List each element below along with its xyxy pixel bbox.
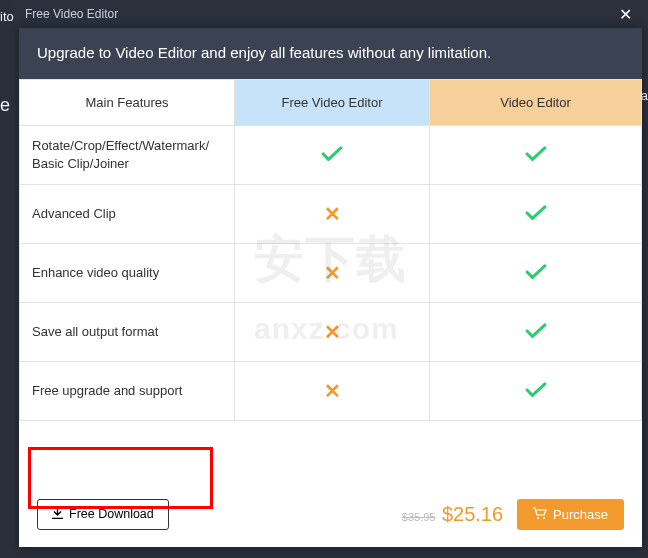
check-icon [525, 146, 547, 162]
paid-cell [430, 362, 642, 421]
svg-point-1 [543, 517, 545, 519]
free-download-label: Free Download [69, 507, 154, 521]
free-cell: ✕ [235, 362, 430, 421]
paid-cell [430, 244, 642, 303]
close-icon[interactable]: ✕ [613, 1, 638, 28]
bg-text: ito [0, 9, 14, 24]
cart-icon [533, 507, 547, 522]
feature-label: Save all output format [20, 303, 235, 362]
app-title: Free Video Editor [25, 7, 118, 21]
purchase-label: Purchase [553, 507, 608, 522]
table-row: Save all output format✕ [20, 303, 642, 362]
cross-icon: ✕ [324, 261, 341, 285]
col-header-paid: Video Editor [430, 80, 642, 126]
col-header-free: Free Video Editor [235, 80, 430, 126]
table-row: Free upgrade and support✕ [20, 362, 642, 421]
free-cell [235, 126, 430, 185]
check-icon [525, 264, 547, 280]
check-icon [321, 146, 343, 162]
paid-cell [430, 303, 642, 362]
cross-icon: ✕ [324, 379, 341, 403]
table-row: Rotate/Crop/Effect/Watermark/Basic Clip/… [20, 126, 642, 185]
free-cell: ✕ [235, 303, 430, 362]
upgrade-dialog: Upgrade to Video Editor and enjoy all fe… [19, 28, 642, 547]
cross-icon: ✕ [324, 202, 341, 226]
cross-icon: ✕ [324, 320, 341, 344]
titlebar: Free Video Editor ✕ [0, 0, 648, 28]
free-download-button[interactable]: Free Download [37, 499, 169, 530]
check-icon [525, 382, 547, 398]
free-cell: ✕ [235, 244, 430, 303]
paid-cell [430, 185, 642, 244]
download-icon [52, 507, 63, 522]
paid-cell [430, 126, 642, 185]
check-icon [525, 323, 547, 339]
purchase-button[interactable]: Purchase [517, 499, 624, 530]
price-new: $25.16 [442, 503, 503, 525]
price-old: $35.95 [402, 511, 436, 523]
dialog-heading: Upgrade to Video Editor and enjoy all fe… [19, 28, 642, 79]
check-icon [525, 205, 547, 221]
svg-point-0 [537, 517, 539, 519]
feature-table: Main Features Free Video Editor Video Ed… [19, 79, 642, 421]
table-row: Advanced Clip✕ [20, 185, 642, 244]
feature-label: Enhance video quality [20, 244, 235, 303]
feature-label: Advanced Clip [20, 185, 235, 244]
col-header-main: Main Features [20, 80, 235, 126]
table-row: Enhance video quality✕ [20, 244, 642, 303]
feature-label: Free upgrade and support [20, 362, 235, 421]
free-cell: ✕ [235, 185, 430, 244]
dialog-footer: Free Download $35.95 $25.16 Purchase [19, 481, 642, 547]
bg-text: e [0, 95, 10, 116]
feature-label: Rotate/Crop/Effect/Watermark/Basic Clip/… [20, 126, 235, 185]
